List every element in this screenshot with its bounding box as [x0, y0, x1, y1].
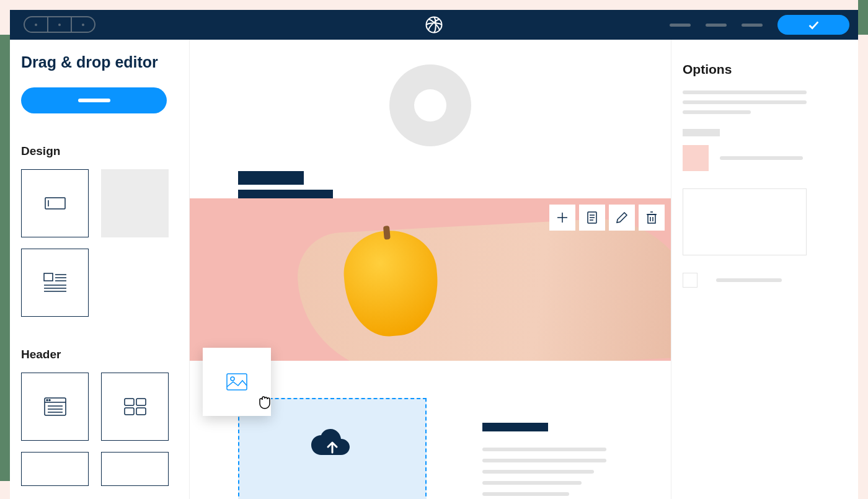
topbar: [10, 10, 858, 40]
svg-point-33: [231, 377, 234, 381]
grid-icon: [124, 398, 146, 415]
check-icon: [807, 18, 820, 32]
topbar-actions: [670, 15, 849, 35]
body: Drag & drop editor Design Header: [10, 40, 858, 499]
topbar-link-2[interactable]: [706, 24, 727, 27]
options-panel: Options: [671, 40, 858, 499]
widget-input[interactable]: [21, 169, 89, 237]
svg-rect-20: [136, 408, 146, 415]
option-field[interactable]: [683, 100, 807, 104]
widget-browser[interactable]: [21, 373, 89, 441]
decorative-stripe-right: [858, 0, 868, 35]
tool-add[interactable]: [549, 205, 575, 231]
image-icon: [226, 373, 247, 391]
widget-grid[interactable]: [101, 373, 169, 441]
svg-rect-3: [44, 273, 53, 281]
options-title: Options: [683, 62, 841, 77]
pencil-icon: [614, 210, 629, 225]
option-label: [683, 129, 720, 136]
confirm-button[interactable]: [777, 15, 849, 35]
primary-action-button[interactable]: [21, 87, 167, 113]
block-toolbar: [549, 205, 665, 231]
option-preview-box[interactable]: [683, 188, 807, 255]
option-checkbox[interactable]: [683, 273, 698, 288]
dragging-image-widget[interactable]: [203, 348, 271, 416]
option-field[interactable]: [683, 110, 751, 114]
view-mode-mobile[interactable]: [72, 17, 94, 32]
copy-icon: [585, 210, 600, 225]
view-mode-tablet[interactable]: [48, 17, 72, 32]
topbar-link-1[interactable]: [670, 24, 691, 27]
widget-text-image[interactable]: [21, 249, 89, 317]
svg-point-12: [46, 400, 48, 401]
view-mode-switcher[interactable]: [24, 16, 95, 33]
text-paragraph-block[interactable]: [482, 423, 668, 499]
plus-icon: [555, 210, 570, 225]
tool-edit[interactable]: [609, 205, 635, 231]
widget-placeholder[interactable]: [101, 169, 169, 237]
app-frame: Drag & drop editor Design Header: [10, 10, 858, 499]
svg-point-13: [49, 400, 50, 401]
color-value[interactable]: [720, 156, 803, 160]
option-field[interactable]: [683, 91, 807, 94]
browser-icon: [44, 397, 66, 416]
canvas[interactable]: [190, 40, 671, 499]
cloud-upload-icon: [310, 428, 355, 459]
section-header-title: Header: [21, 348, 178, 361]
widget-empty-1[interactable]: [21, 452, 89, 486]
decorative-stripe-left: [0, 35, 10, 481]
sidebar: Drag & drop editor Design Header: [10, 40, 190, 499]
svg-rect-18: [136, 399, 146, 405]
option-checkbox-label: [716, 278, 782, 282]
section-design-title: Design: [21, 144, 178, 158]
widget-empty-2[interactable]: [101, 452, 169, 486]
trash-icon: [644, 210, 659, 225]
tool-copy[interactable]: [579, 205, 605, 231]
text-image-icon: [43, 273, 67, 293]
svg-rect-17: [125, 399, 134, 405]
color-swatch[interactable]: [683, 145, 709, 171]
brand-logo: [425, 15, 443, 34]
grab-cursor-icon: [256, 392, 273, 410]
input-field-icon: [45, 197, 66, 210]
svg-rect-19: [125, 408, 134, 415]
view-mode-desktop[interactable]: [25, 17, 48, 32]
topbar-link-3[interactable]: [742, 24, 763, 27]
logo-ring-placeholder[interactable]: [389, 64, 471, 146]
tool-delete[interactable]: [639, 205, 665, 231]
svg-rect-27: [648, 214, 655, 223]
sidebar-title: Drag & drop editor: [21, 53, 178, 71]
button-placeholder-label: [78, 99, 110, 102]
